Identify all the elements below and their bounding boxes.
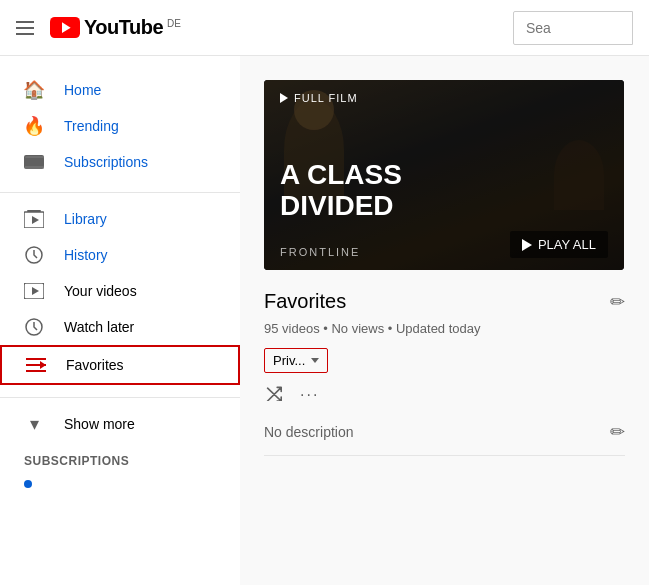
- watch-later-icon: [24, 317, 44, 337]
- sidebar-item-subscriptions[interactable]: Subscriptions: [0, 144, 240, 180]
- sidebar-item-history[interactable]: History: [0, 237, 240, 273]
- header-left: YouTube DE: [16, 16, 181, 39]
- sidebar: 🏠 Home 🔥 Trending Subscriptions Library: [0, 56, 240, 585]
- sidebar-item-home[interactable]: 🏠 Home: [0, 72, 240, 108]
- logo-text: YouTube: [84, 16, 163, 39]
- sidebar-item-library[interactable]: Library: [0, 201, 240, 237]
- svg-marker-7: [32, 216, 39, 224]
- sidebar-item-label: Trending: [64, 118, 119, 134]
- library-icon: [24, 209, 44, 229]
- more-options-button[interactable]: ···: [300, 386, 319, 404]
- sidebar-item-watch-later[interactable]: Watch later: [0, 309, 240, 345]
- search-input[interactable]: [513, 11, 633, 45]
- logo-country: DE: [167, 18, 181, 29]
- svg-rect-6: [27, 210, 41, 212]
- no-description-text: No description: [264, 424, 354, 440]
- sidebar-item-label: Watch later: [64, 319, 134, 335]
- shuffle-button[interactable]: [264, 385, 284, 405]
- chevron-down-icon: ▾: [24, 414, 44, 434]
- sidebar-item-your-videos[interactable]: Your videos: [0, 273, 240, 309]
- sidebar-item-trending[interactable]: 🔥 Trending: [0, 108, 240, 144]
- home-icon: 🏠: [24, 80, 44, 100]
- layout: 🏠 Home 🔥 Trending Subscriptions Library: [0, 56, 649, 585]
- privacy-text: Priv...: [273, 353, 305, 368]
- header-search: [513, 11, 633, 45]
- hamburger-menu[interactable]: [16, 21, 34, 35]
- header: YouTube DE: [0, 0, 649, 56]
- sidebar-section-library: Library History Your videos Watch later: [0, 192, 240, 389]
- sidebar-item-label: Favorites: [66, 357, 124, 373]
- youtube-logo[interactable]: YouTube DE: [50, 16, 181, 39]
- edit-description-button[interactable]: ✏: [610, 421, 625, 443]
- svg-rect-4: [24, 158, 44, 166]
- action-row: ···: [264, 385, 625, 405]
- playlist-meta: 95 videos • No views • Updated today: [264, 321, 625, 336]
- sidebar-item-favorites[interactable]: Favorites: [0, 345, 240, 385]
- sidebar-item-label: Your videos: [64, 283, 137, 299]
- svg-marker-15: [40, 361, 46, 369]
- sidebar-item-show-more[interactable]: ▾ Show more: [0, 406, 240, 442]
- favorites-icon: [26, 355, 46, 375]
- subscription-avatar: [24, 480, 32, 488]
- subscriptions-section-label: SUBSCRIPTIONS: [0, 446, 240, 472]
- sidebar-section-more: ▾ Show more: [0, 397, 240, 446]
- title-line1: A CLASS: [280, 159, 402, 190]
- thumbnail-brand: FRONTLINE: [280, 246, 360, 258]
- history-icon: [24, 245, 44, 265]
- no-description-row: No description ✏: [264, 421, 625, 456]
- sidebar-item-label: Library: [64, 211, 107, 227]
- sidebar-item-label: Home: [64, 82, 101, 98]
- privacy-chevron-icon: [311, 358, 319, 363]
- sidebar-item-label: Subscriptions: [64, 154, 148, 170]
- main-content: FULL FILM A CLASS DIVIDED FRONTLINE PLAY…: [240, 56, 649, 585]
- title-line2: DIVIDED: [280, 190, 394, 221]
- youtube-icon: [50, 17, 80, 38]
- playlist-title-row: Favorites ✏: [264, 290, 625, 313]
- sidebar-section-main: 🏠 Home 🔥 Trending Subscriptions: [0, 68, 240, 184]
- your-videos-icon: [24, 281, 44, 301]
- playlist-thumbnail: FULL FILM A CLASS DIVIDED FRONTLINE PLAY…: [264, 80, 624, 270]
- play-all-icon: [522, 239, 532, 251]
- thumbnail-badge: FULL FILM: [280, 92, 358, 104]
- subscriptions-icon: [24, 152, 44, 172]
- sidebar-item-label: Show more: [64, 416, 135, 432]
- play-all-button[interactable]: PLAY ALL: [510, 231, 608, 258]
- trending-icon: 🔥: [24, 116, 44, 136]
- svg-marker-10: [32, 287, 39, 295]
- sidebar-item-label: History: [64, 247, 108, 263]
- badge-text: FULL FILM: [294, 92, 358, 104]
- edit-title-button[interactable]: ✏: [610, 291, 625, 313]
- play-all-label: PLAY ALL: [538, 237, 596, 252]
- badge-play-icon: [280, 93, 288, 103]
- privacy-select[interactable]: Priv...: [264, 348, 328, 373]
- thumbnail-title: A CLASS DIVIDED: [280, 160, 608, 222]
- playlist-title: Favorites: [264, 290, 346, 313]
